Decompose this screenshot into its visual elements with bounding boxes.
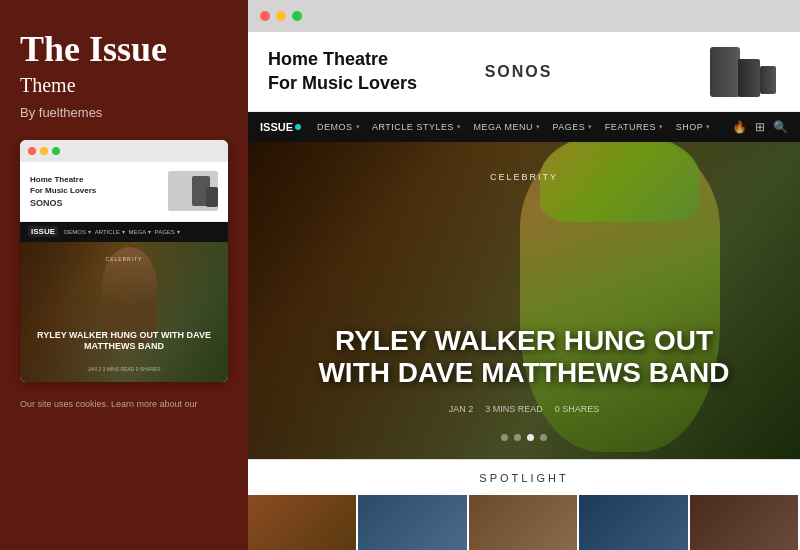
chevron-down-icon: ▾	[659, 123, 664, 131]
nav-item-mega-menu[interactable]: MEGA MENU ▾	[473, 122, 540, 132]
ad-banner: Home TheatreFor Music Lovers SONOS	[248, 32, 800, 112]
spotlight-section: SPOTLIGHT	[248, 459, 800, 495]
nav-item-shop-label: SHOP	[676, 122, 704, 132]
spotlight-label: SPOTLIGHT	[479, 472, 568, 484]
hero-meta-date: JAN 2	[449, 404, 474, 414]
fire-icon[interactable]: 🔥	[732, 120, 747, 135]
nav-item-pages-label: PAGES	[552, 122, 585, 132]
ad-banner-brand: SONOS	[485, 63, 553, 81]
chrome-dot-green[interactable]	[292, 11, 302, 21]
speaker-small-icon	[760, 66, 776, 94]
mini-ad-text: Home TheatreFor Music Lovers	[30, 174, 96, 196]
nav-item-article-styles-label: ARTICLE STYLES	[372, 122, 454, 132]
mini-hero-title: RYLEY WALKER HUNG OUT WITH DAVE MATTHEWS…	[28, 330, 220, 352]
theme-author: By fuelthemes	[20, 105, 228, 120]
mini-browser-preview: Home TheatreFor Music Lovers SONOS ISSUE…	[20, 140, 228, 382]
mini-nav-item: PAGES ▾	[155, 228, 180, 235]
mini-hero: CELEBRITY RYLEY WALKER HUNG OUT WITH DAV…	[20, 242, 228, 382]
ad-banner-text: Home TheatreFor Music Lovers	[268, 48, 417, 95]
nav-item-demos[interactable]: DEMOS ▾	[317, 122, 360, 132]
chevron-down-icon: ▾	[356, 123, 361, 131]
mini-hero-badge: CELEBRITY	[106, 256, 143, 262]
hero-badge: CELEBRITY	[490, 172, 558, 182]
search-icon[interactable]: 🔍	[773, 120, 788, 135]
nav-item-mega-menu-label: MEGA MENU	[473, 122, 533, 132]
mini-ad-banner: Home TheatreFor Music Lovers SONOS	[20, 162, 228, 222]
nav-item-shop[interactable]: SHOP ▾	[676, 122, 711, 132]
thumbnail-strip	[248, 495, 800, 550]
speaker-mid-icon	[738, 59, 760, 97]
mini-browser-bar	[20, 140, 228, 162]
mini-nav-logo: ISSUE	[28, 226, 58, 237]
mini-nav: ISSUE DEMOS ▾ ARTICLE ▾ MEGA ▾ PAGES ▾	[20, 222, 228, 242]
mini-ad-brand: SONOS	[30, 198, 96, 208]
nav-logo-dot	[295, 124, 301, 130]
mini-hero-meta: JAN 2 3 MINS READ 0 SHARES	[87, 366, 160, 372]
nav-icons: 🔥 ⊞ 🔍	[732, 120, 788, 135]
thumbnail-1[interactable]	[248, 495, 358, 550]
speaker-main-icon	[710, 47, 740, 97]
nav-item-pages[interactable]: PAGES ▾	[552, 122, 592, 132]
hero-dot-4[interactable]	[540, 434, 547, 441]
thumbnail-2[interactable]	[358, 495, 468, 550]
mini-nav-items: DEMOS ▾ ARTICLE ▾ MEGA ▾ PAGES ▾	[64, 228, 180, 235]
nav-logo: ISSUE	[260, 121, 301, 133]
mini-speaker-small-icon	[206, 187, 218, 207]
hero-dot-1[interactable]	[501, 434, 508, 441]
browser-chrome	[248, 0, 800, 32]
nav-bar: ISSUE DEMOS ▾ ARTICLE STYLES ▾ MEGA MENU…	[248, 112, 800, 142]
thumbnail-5[interactable]	[690, 495, 800, 550]
hero-meta-shares: 0 SHARES	[555, 404, 600, 414]
thumbnail-3[interactable]	[469, 495, 579, 550]
theme-subtitle: Theme	[20, 74, 228, 97]
mini-dot-red	[28, 147, 36, 155]
mini-ad-image	[168, 171, 218, 211]
chrome-dot-yellow[interactable]	[276, 11, 286, 21]
hero-dot-2[interactable]	[514, 434, 521, 441]
chevron-down-icon: ▾	[536, 123, 541, 131]
chrome-dot-red[interactable]	[260, 11, 270, 21]
hero-section: CELEBRITY RYLEY WALKER HUNG OUTWITH DAVE…	[248, 142, 800, 459]
website-preview: Home TheatreFor Music Lovers SONOS ISSUE…	[248, 32, 800, 550]
hero-dots	[501, 434, 547, 441]
nav-logo-text: ISSUE	[260, 121, 293, 133]
theme-title: The Issue	[20, 30, 228, 70]
nav-item-features-label: FEATURES	[605, 122, 656, 132]
hero-turban-figure	[540, 142, 700, 222]
thumbnail-4[interactable]	[579, 495, 689, 550]
chevron-down-icon: ▾	[706, 123, 711, 131]
cookie-notice: Our site uses cookies. Learn more about …	[20, 398, 228, 411]
mini-nav-item: ARTICLE ▾	[95, 228, 125, 235]
chevron-down-icon: ▾	[588, 123, 593, 131]
bookmark-icon[interactable]: ⊞	[755, 120, 765, 135]
nav-items: DEMOS ▾ ARTICLE STYLES ▾ MEGA MENU ▾ PAG…	[317, 122, 716, 132]
mini-dot-yellow	[40, 147, 48, 155]
main-area: Home TheatreFor Music Lovers SONOS ISSUE…	[248, 0, 800, 550]
mini-nav-item: MEGA ▾	[129, 228, 151, 235]
hero-dot-3[interactable]	[527, 434, 534, 441]
hero-meta: JAN 2 3 MINS READ 0 SHARES	[449, 404, 600, 414]
nav-item-demos-label: DEMOS	[317, 122, 353, 132]
mini-dot-green	[52, 147, 60, 155]
mini-nav-item: DEMOS ▾	[64, 228, 91, 235]
hero-meta-read: 3 MINS READ	[485, 404, 543, 414]
hero-title: RYLEY WALKER HUNG OUTWITH DAVE MATTHEWS …	[278, 325, 770, 389]
nav-item-features[interactable]: FEATURES ▾	[605, 122, 664, 132]
mini-browser-content: Home TheatreFor Music Lovers SONOS ISSUE…	[20, 162, 228, 382]
chevron-down-icon: ▾	[457, 123, 462, 131]
ad-banner-product-image	[620, 42, 780, 102]
sidebar: The Issue Theme By fuelthemes Home Theat…	[0, 0, 248, 550]
nav-item-article-styles[interactable]: ARTICLE STYLES ▾	[372, 122, 461, 132]
